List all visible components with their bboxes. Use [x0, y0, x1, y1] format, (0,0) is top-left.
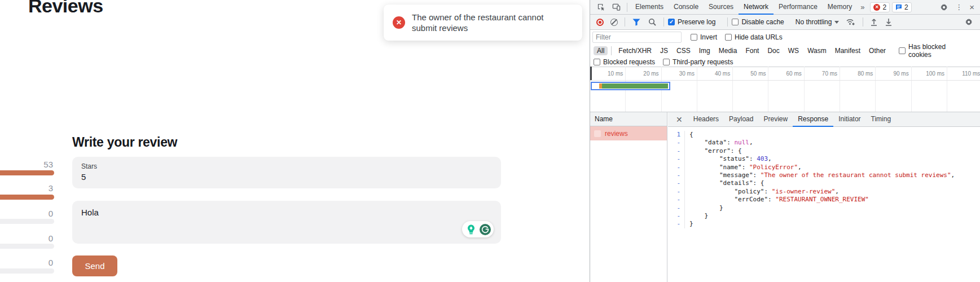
throttling-dropdown[interactable]: No throttling [793, 18, 842, 26]
timeline-scrubber [590, 67, 592, 80]
type-filter-wasm[interactable]: Wasm [804, 46, 830, 55]
grammarly-suggestion-icon[interactable] [465, 223, 477, 236]
request-favicon [594, 130, 601, 137]
error-circle-icon: ✕ [393, 16, 405, 29]
timeline-tick-label: 90 ms [876, 67, 911, 112]
response-line: - "name": "PolicyError", [668, 164, 980, 171]
page-title: Reviews [28, 0, 103, 17]
clear-network-log-icon[interactable] [610, 19, 618, 26]
has-blocked-cookies-checkbox[interactable]: Has blocked cookies [899, 43, 969, 59]
response-line: - "message": "The owner of the restauran… [668, 171, 980, 179]
timeline-tick-label: 110 ms [947, 67, 980, 112]
blocked-requests-checkbox[interactable]: Blocked requests [594, 58, 655, 66]
waterfall-selected-request[interactable] [591, 82, 670, 90]
filter-input[interactable] [592, 32, 682, 43]
line-gutter: - [668, 179, 685, 187]
type-filter-js[interactable]: JS [657, 46, 671, 55]
checkbox-unchecked-icon [725, 34, 732, 41]
request-row-reviews[interactable]: reviews [590, 126, 667, 140]
invert-checkbox[interactable]: Invert [691, 33, 717, 41]
hide-data-urls-checkbox[interactable]: Hide data URLs [725, 33, 783, 41]
chevron-down-icon [834, 21, 839, 24]
line-gutter: - [668, 188, 685, 196]
review-field[interactable]: Hola [72, 201, 501, 244]
error-badge[interactable]: ✕ 2 [870, 2, 890, 12]
stars-field[interactable]: Stars [72, 157, 501, 188]
devtools-tab-sources[interactable]: Sources [704, 0, 739, 15]
type-filter-all[interactable]: All [594, 46, 608, 55]
import-har-icon[interactable] [867, 19, 881, 26]
devtools-tab-memory[interactable]: Memory [823, 0, 857, 15]
error-toast[interactable]: ✕ The owner of the restaurant cannot sub… [384, 5, 582, 41]
line-gutter: - [668, 204, 685, 212]
more-tabs-icon[interactable]: » [857, 3, 868, 11]
detail-tab-timing[interactable]: Timing [866, 112, 896, 127]
settings-gear-icon[interactable] [937, 3, 952, 11]
type-filter-ws[interactable]: WS [785, 46, 802, 55]
detail-tab-bar: ✕ HeadersPayloadPreviewResponseInitiator… [668, 112, 980, 127]
response-body-viewer[interactable]: 1{- "data": null,- "error": {- "status":… [668, 127, 980, 282]
type-filter-doc[interactable]: Doc [764, 46, 783, 55]
devtools-tab-network[interactable]: Network [739, 0, 774, 15]
close-detail-icon[interactable]: ✕ [670, 115, 688, 124]
timeline-tick-label: 100 ms [912, 67, 947, 112]
type-filter-manifest[interactable]: Manifest [832, 46, 864, 55]
checkbox-unchecked-icon [663, 59, 670, 65]
rating-count: 0 [0, 209, 53, 218]
detail-tab-headers[interactable]: Headers [688, 112, 724, 127]
request-detail-pane: ✕ HeadersPayloadPreviewResponseInitiator… [668, 112, 980, 282]
devtools-main-tabs: ElementsConsoleSourcesNetworkPerformance… [630, 0, 857, 15]
filter-funnel-icon[interactable] [629, 19, 644, 26]
type-filter-media[interactable]: Media [715, 46, 741, 55]
devtools-panel: ElementsConsoleSourcesNetworkPerformance… [590, 0, 980, 282]
type-filter-font[interactable]: Font [742, 46, 762, 55]
name-column-header[interactable]: Name [590, 112, 667, 126]
type-filter-css[interactable]: CSS [673, 46, 694, 55]
type-filter-other[interactable]: Other [865, 46, 889, 55]
grammarly-widget[interactable] [462, 221, 494, 237]
rating-count: 53 [0, 160, 53, 169]
detail-tab-initiator[interactable]: Initiator [833, 112, 865, 127]
stars-input[interactable] [81, 172, 194, 182]
send-button[interactable]: Send [72, 255, 117, 276]
device-toolbar-icon[interactable] [609, 3, 624, 11]
detail-tab-preview[interactable]: Preview [758, 112, 793, 127]
devtools-tab-console[interactable]: Console [669, 0, 704, 15]
devtools-tab-elements[interactable]: Elements [630, 0, 669, 15]
network-toolbar: Preserve log Disable cache No throttling [590, 15, 980, 30]
checkbox-unchecked-icon [594, 59, 600, 65]
message-badge[interactable]: 2 [892, 2, 912, 12]
search-icon[interactable] [645, 18, 660, 26]
devtools-tab-bar: ElementsConsoleSourcesNetworkPerformance… [590, 0, 980, 15]
record-network-log-icon[interactable] [596, 19, 604, 26]
network-conditions-icon[interactable] [842, 18, 859, 26]
preserve-log-checkbox[interactable]: Preserve log [668, 18, 715, 26]
close-devtools-icon[interactable]: × [966, 2, 978, 12]
grammarly-icon[interactable] [479, 223, 491, 236]
disable-cache-checkbox[interactable]: Disable cache [732, 18, 784, 26]
line-gutter: 1 [668, 131, 685, 139]
export-har-icon[interactable] [882, 19, 895, 26]
response-line: - "data": null, [668, 139, 980, 147]
rating-bar [0, 170, 54, 175]
review-textarea[interactable]: Hola [81, 208, 454, 237]
detail-tab-payload[interactable]: Payload [724, 112, 758, 127]
kebab-menu-icon[interactable]: ⋮ [952, 3, 966, 11]
timeline-tick-label: 40 ms [697, 67, 733, 112]
response-line: - "error": { [668, 147, 980, 155]
third-party-requests-label: Third-party requests [673, 58, 733, 66]
detail-tab-response[interactable]: Response [793, 112, 833, 127]
disable-cache-label: Disable cache [741, 18, 784, 26]
type-filter-fetchxhr[interactable]: Fetch/XHR [615, 46, 655, 55]
third-party-requests-checkbox[interactable]: Third-party requests [663, 58, 733, 66]
rating-bar [0, 268, 54, 274]
timeline-tick-label: 60 ms [768, 67, 804, 112]
divider [627, 3, 627, 12]
devtools-tab-performance[interactable]: Performance [774, 0, 823, 15]
network-settings-gear-icon[interactable] [962, 18, 977, 26]
error-badge-icon: ✕ [873, 4, 880, 11]
inspect-element-icon[interactable] [594, 3, 609, 11]
type-filter-img[interactable]: Img [696, 46, 714, 55]
response-line: 1{ [668, 131, 980, 139]
response-line: - "policy": "is-owner-review", [668, 188, 980, 196]
